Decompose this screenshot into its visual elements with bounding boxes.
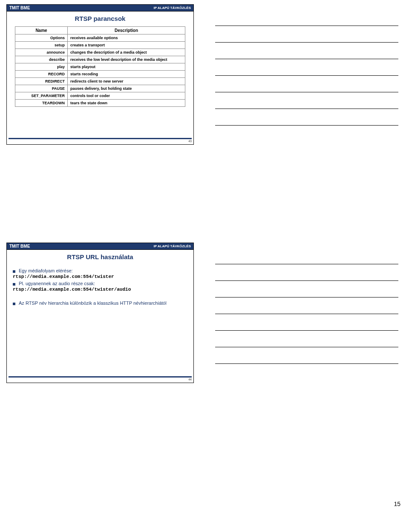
notes-area-1: [215, 4, 398, 126]
bullet-item: Egy médiafolyam elérése:: [13, 268, 187, 273]
note-line: [215, 297, 398, 314]
bullet-item: Az RTSP név hierarchia különbözik a klas…: [13, 300, 187, 306]
slide-header: TMIT BME IP ALAPÚ TÁVKÖZLÉS: [7, 243, 193, 250]
note-line: [215, 347, 398, 364]
notes-area-2: [215, 243, 398, 364]
bullet-text: Egy médiafolyam elérése:: [19, 268, 73, 273]
table-row: setupcreates a transport: [15, 42, 185, 49]
slide-header: TMIT BME IP ALAPÚ TÁVKÖZLÉS: [7, 5, 193, 11]
note-line: [215, 9, 398, 26]
slide-43: TMIT BME IP ALAPÚ TÁVKÖZLÉS RTSP parancs…: [6, 4, 194, 145]
note-line: [215, 331, 398, 347]
table-row: describereceives the low level descripti…: [15, 56, 185, 63]
table-row: Optionsreceives available options: [15, 34, 185, 42]
table-row: PAUSEpauses delivery, but holding state: [15, 85, 185, 92]
note-line: [215, 43, 398, 59]
table-row: playstarts playout: [15, 63, 185, 71]
slide-footer: 44: [9, 376, 192, 381]
url-text: rtsp://media.example.com:554/twister/aud…: [13, 287, 187, 292]
bullet-text: Pl. ugyanennek az audio része csak:: [19, 281, 95, 286]
slide-title: RTSP parancsok: [7, 11, 193, 26]
note-line: [215, 92, 398, 109]
note-line: [215, 281, 398, 297]
bullet-text: Az RTSP név hierarchia különbözik a klas…: [19, 300, 167, 306]
bullet-item: Pl. ugyanennek az audio része csak:: [13, 281, 187, 286]
note-line: [215, 109, 398, 126]
bullet-icon: [13, 303, 15, 305]
header-left: TMIT BME: [9, 6, 30, 10]
document-page-number: 15: [394, 501, 400, 507]
slide-footer: 43: [9, 138, 192, 143]
note-line: [215, 59, 398, 76]
table-row: REDIRECTredirects client to new server: [15, 78, 185, 85]
header-right: IP ALAPÚ TÁVKÖZLÉS: [153, 6, 191, 10]
note-line: [215, 248, 398, 264]
table-row: announcechanges the description of a med…: [15, 49, 185, 56]
slide-title: RTSP URL használata: [7, 250, 193, 265]
slide-page-num: 43: [188, 140, 192, 143]
note-line: [215, 26, 398, 43]
th-desc: Description: [68, 27, 185, 34]
slide-44: TMIT BME IP ALAPÚ TÁVKÖZLÉS RTSP URL has…: [6, 243, 194, 383]
table-row: RECORDstarts recoding: [15, 71, 185, 78]
table-row: SET_PARAMETERcontrols tool or coder: [15, 92, 185, 100]
header-right: IP ALAPÚ TÁVKÖZLÉS: [153, 244, 191, 248]
th-name: Name: [15, 27, 68, 34]
rtsp-table: Name Description Optionsreceives availab…: [15, 26, 185, 107]
table-row: TEARDOWNtears the state down: [15, 100, 185, 107]
note-line: [215, 314, 398, 331]
note-line: [215, 76, 398, 92]
slide-page-num: 44: [188, 378, 192, 381]
bullet-icon: [13, 283, 15, 286]
url-text: rtsp://media.example.com:554/twister: [13, 274, 187, 279]
note-line: [215, 264, 398, 281]
bullet-icon: [13, 270, 15, 273]
header-left: TMIT BME: [9, 244, 30, 249]
